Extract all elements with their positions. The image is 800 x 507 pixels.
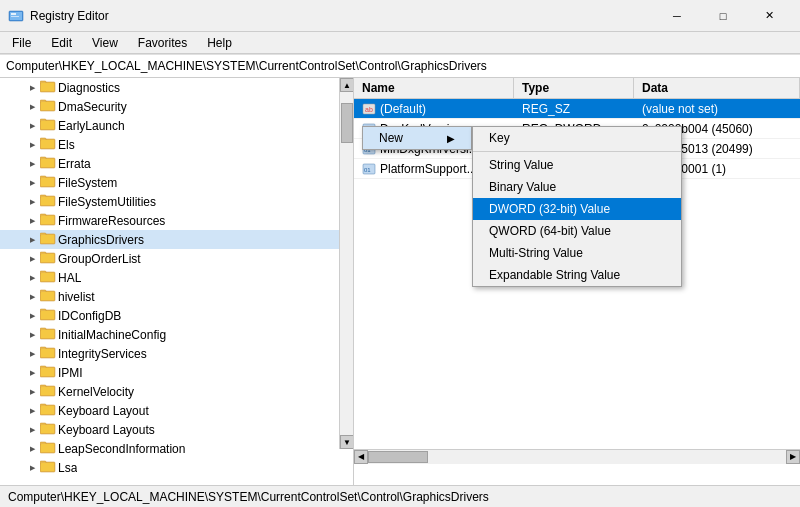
tree-toggle-icon[interactable] — [24, 441, 40, 457]
table-header: Name Type Data — [354, 78, 800, 99]
tree-item[interactable]: FirmwareResources — [0, 211, 353, 230]
tree-item[interactable]: FileSystemUtilities — [0, 192, 353, 211]
tree-label: InitialMachineConfig — [58, 328, 166, 342]
submenu-arrow: ▶ — [447, 133, 455, 144]
tree-toggle-icon[interactable] — [24, 460, 40, 476]
cell-data: (value not set) — [634, 101, 800, 117]
scroll-thumb[interactable] — [341, 103, 353, 143]
svg-text:ab: ab — [365, 106, 373, 113]
tree-item[interactable]: Els — [0, 135, 353, 154]
tree-toggle-icon[interactable] — [24, 346, 40, 362]
tree-item[interactable]: IDConfigDB — [0, 306, 353, 325]
close-button[interactable]: ✕ — [746, 6, 792, 26]
tree-item[interactable]: KernelVelocity — [0, 382, 353, 401]
tree-label: Errata — [58, 157, 91, 171]
svg-rect-63 — [41, 444, 54, 452]
tree-item[interactable]: Keyboard Layouts — [0, 420, 353, 439]
tree-toggle-icon[interactable] — [24, 422, 40, 438]
tree-item[interactable]: LeapSecondInformation — [0, 439, 353, 458]
new-label: New — [379, 131, 403, 145]
tree-item[interactable]: HAL — [0, 268, 353, 287]
menu-edit[interactable]: Edit — [43, 34, 80, 52]
tree-item[interactable]: Errata — [0, 154, 353, 173]
h-scroll-thumb[interactable] — [368, 451, 428, 463]
title-text: Registry Editor — [30, 9, 109, 23]
cell-name: ab(Default) — [354, 101, 514, 117]
tree-toggle-icon[interactable] — [24, 327, 40, 343]
folder-icon — [40, 345, 56, 362]
folder-icon — [40, 288, 56, 305]
scroll-up-btn[interactable]: ▲ — [340, 78, 354, 92]
tree-toggle-icon[interactable] — [24, 403, 40, 419]
menu-help[interactable]: Help — [199, 34, 240, 52]
folder-icon — [40, 79, 56, 96]
tree-toggle-icon[interactable] — [24, 118, 40, 134]
submenu-dword[interactable]: DWORD (32-bit) Value — [473, 198, 681, 220]
submenu-expandable[interactable]: Expandable String Value — [473, 264, 681, 286]
tree-label: DmaSecurity — [58, 100, 127, 114]
tree-toggle-icon[interactable] — [24, 99, 40, 115]
tree-item[interactable]: GroupOrderList — [0, 249, 353, 268]
table-row[interactable]: ab(Default)REG_SZ(value not set) — [354, 99, 800, 119]
h-scrollbar[interactable]: ◀ ▶ — [354, 449, 800, 463]
tree-label: IntegrityServices — [58, 347, 147, 361]
tree-item[interactable]: Diagnostics — [0, 78, 353, 97]
tree-toggle-icon[interactable] — [24, 270, 40, 286]
folder-icon — [40, 383, 56, 400]
tree-toggle-icon[interactable] — [24, 251, 40, 267]
tree-item[interactable]: FileSystem — [0, 173, 353, 192]
tree-toggle-icon[interactable] — [24, 175, 40, 191]
svg-rect-39 — [41, 292, 54, 300]
scroll-down-btn[interactable]: ▼ — [340, 435, 354, 449]
svg-rect-12 — [41, 121, 54, 129]
menu-new-item[interactable]: New ▶ — [363, 127, 471, 149]
folder-icon — [40, 326, 56, 343]
tree-item[interactable]: GraphicsDrivers — [0, 230, 353, 249]
svg-rect-21 — [41, 178, 54, 186]
scroll-left-btn[interactable]: ◀ — [354, 450, 368, 464]
tree-item[interactable]: InitialMachineConfig — [0, 325, 353, 344]
svg-rect-24 — [41, 197, 54, 205]
svg-rect-18 — [41, 159, 54, 167]
svg-rect-48 — [41, 349, 54, 357]
tree-scrollbar[interactable]: ▲ ▼ — [339, 78, 353, 449]
svg-rect-45 — [41, 330, 54, 338]
tree-label: FileSystemUtilities — [58, 195, 156, 209]
tree-scroll[interactable]: DiagnosticsDmaSecurityEarlyLaunchElsErra… — [0, 78, 353, 485]
tree-label: hivelist — [58, 290, 95, 304]
menu-view[interactable]: View — [84, 34, 126, 52]
tree-toggle-icon[interactable] — [24, 194, 40, 210]
scroll-right-btn[interactable]: ▶ — [786, 450, 800, 464]
tree-item[interactable]: Keyboard Layout — [0, 401, 353, 420]
tree-toggle-icon[interactable] — [24, 80, 40, 96]
tree-toggle-icon[interactable] — [24, 365, 40, 381]
scroll-track — [368, 450, 786, 464]
submenu-string[interactable]: String Value — [473, 154, 681, 176]
minimize-button[interactable]: ─ — [654, 6, 700, 26]
tree-toggle-icon[interactable] — [24, 232, 40, 248]
submenu-binary[interactable]: Binary Value — [473, 176, 681, 198]
submenu-qword[interactable]: QWORD (64-bit) Value — [473, 220, 681, 242]
tree-item[interactable]: IPMI — [0, 363, 353, 382]
folder-icon — [40, 307, 56, 324]
menu-file[interactable]: File — [4, 34, 39, 52]
tree-item[interactable]: Lsa — [0, 458, 353, 477]
tree-item[interactable]: DmaSecurity — [0, 97, 353, 116]
address-bar: Computer\HKEY_LOCAL_MACHINE\SYSTEM\Curre… — [0, 54, 800, 78]
submenu-multistring[interactable]: Multi-String Value — [473, 242, 681, 264]
tree-label: Keyboard Layouts — [58, 423, 155, 437]
folder-icon — [40, 155, 56, 172]
tree-label: Els — [58, 138, 75, 152]
tree-item[interactable]: hivelist — [0, 287, 353, 306]
tree-toggle-icon[interactable] — [24, 308, 40, 324]
tree-toggle-icon[interactable] — [24, 213, 40, 229]
menu-favorites[interactable]: Favorites — [130, 34, 195, 52]
tree-toggle-icon[interactable] — [24, 156, 40, 172]
tree-toggle-icon[interactable] — [24, 384, 40, 400]
tree-item[interactable]: IntegrityServices — [0, 344, 353, 363]
submenu-key[interactable]: Key — [473, 127, 681, 149]
tree-toggle-icon[interactable] — [24, 137, 40, 153]
tree-item[interactable]: EarlyLaunch — [0, 116, 353, 135]
tree-toggle-icon[interactable] — [24, 289, 40, 305]
maximize-button[interactable]: □ — [700, 6, 746, 26]
